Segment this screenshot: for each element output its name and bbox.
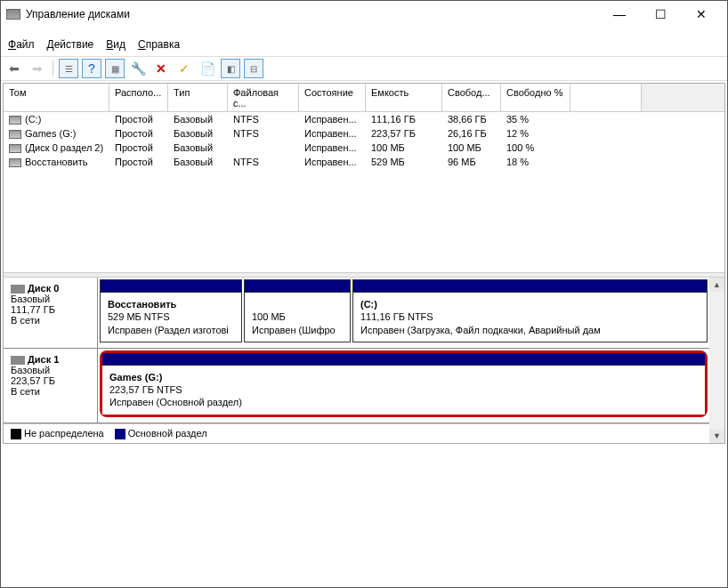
arrange-button[interactable]: ◧	[221, 59, 240, 78]
col-freepct[interactable]: Свободно %	[501, 84, 570, 111]
separator	[53, 60, 53, 77]
list-body: (C:) Простой Базовый NTFS Исправен... 11…	[4, 112, 724, 272]
volume-row[interactable]: (Диск 0 раздел 2) Простой Базовый Исправ…	[4, 141, 724, 155]
partition-c[interactable]: (C:)111,16 ГБ NTFSИсправен (Загрузка, Фа…	[352, 279, 708, 342]
forward-button[interactable]: ➡	[28, 59, 47, 78]
maximize-button[interactable]: ☐	[640, 1, 681, 28]
toolbar: ⬅ ➡ ☰ ? ▦ 🔧 ✕ ✓ 📄 ◧ ⊟	[1, 56, 727, 81]
partition-header	[101, 280, 241, 293]
disk1-info[interactable]: Диск 1 Базовый 223,57 ГБ В сети	[4, 349, 98, 423]
menu-file[interactable]: Файл	[8, 38, 35, 51]
volume-icon	[9, 116, 21, 125]
menu-action[interactable]: Действие	[47, 38, 94, 51]
col-type[interactable]: Тип	[168, 84, 228, 111]
menu-help[interactable]: Справка	[138, 38, 180, 51]
content-area: Том Располо... Тип Файловая с... Состоян…	[3, 83, 725, 444]
view-top-button[interactable]: ▦	[105, 59, 125, 78]
partition-header	[102, 353, 705, 366]
graphical-view: ▲▼ Диск 0 Базовый 111,77 ГБ В сети Восст…	[4, 278, 724, 443]
col-volume[interactable]: Том	[4, 84, 109, 111]
legend: Не распределена Основной раздел	[4, 423, 709, 443]
disk-icon	[11, 356, 25, 365]
swatch-unallocated	[11, 429, 21, 439]
disk-icon	[11, 285, 25, 294]
partition-header	[245, 280, 350, 293]
settings-button[interactable]: 🔧	[128, 59, 148, 78]
disk0-layout: Восстановить529 МБ NTFSИсправен (Раздел …	[98, 278, 709, 348]
app-icon	[6, 9, 20, 20]
back-button[interactable]: ⬅	[4, 59, 24, 78]
menu-view[interactable]: Вид	[106, 38, 125, 51]
col-layout[interactable]: Располо...	[109, 84, 168, 111]
col-fs[interactable]: Файловая с...	[228, 84, 299, 111]
scrollbar[interactable]: ▲▼	[709, 278, 724, 443]
partition-games[interactable]: Games (G:)223,57 ГБ NTFSИсправен (Основн…	[100, 350, 708, 417]
volume-icon	[9, 130, 21, 139]
delete-button[interactable]: ✕	[151, 59, 171, 78]
swatch-primary	[115, 429, 125, 439]
volume-row[interactable]: (C:) Простой Базовый NTFS Исправен... 11…	[4, 112, 724, 126]
volume-list: Том Располо... Тип Файловая с... Состоян…	[4, 84, 724, 272]
disk-row-0: Диск 0 Базовый 111,77 ГБ В сети Восстано…	[4, 278, 709, 349]
col-free[interactable]: Свобод...	[442, 84, 501, 111]
volume-icon	[9, 144, 21, 153]
title-bar: Управление дисками — ☐ ✕	[1, 1, 727, 28]
col-status[interactable]: Состояние	[299, 84, 366, 111]
layout-button[interactable]: ⊟	[244, 59, 263, 78]
close-button[interactable]: ✕	[681, 1, 722, 28]
new-button[interactable]: 📄	[198, 59, 217, 78]
menu-bar: Файл Действие Вид Справка	[1, 36, 727, 52]
disk-row-1: Диск 1 Базовый 223,57 ГБ В сети Games (G…	[4, 349, 709, 423]
disk0-info[interactable]: Диск 0 Базовый 111,77 ГБ В сети	[4, 278, 98, 348]
minimize-button[interactable]: —	[599, 1, 640, 28]
volume-icon	[9, 158, 21, 167]
properties-button[interactable]: ✓	[174, 59, 194, 78]
disk1-layout: Games (G:)223,57 ГБ NTFSИсправен (Основн…	[98, 349, 709, 423]
help-button[interactable]: ?	[82, 59, 101, 78]
col-spare[interactable]	[570, 84, 642, 111]
show-hide-console-tree-button[interactable]: ☰	[59, 59, 78, 78]
list-header: Том Располо... Тип Файловая с... Состоян…	[4, 84, 724, 112]
partition-header	[353, 280, 707, 293]
window-title: Управление дисками	[26, 8, 599, 20]
volume-row[interactable]: Games (G:) Простой Базовый NTFS Исправен…	[4, 126, 724, 141]
partition-system[interactable]: 100 МБИсправен (Шифро	[244, 279, 351, 342]
col-capacity[interactable]: Емкость	[366, 84, 442, 111]
volume-row[interactable]: Восстановить Простой Базовый NTFS Исправ…	[4, 155, 724, 169]
partition-recovery[interactable]: Восстановить529 МБ NTFSИсправен (Раздел …	[100, 279, 242, 342]
